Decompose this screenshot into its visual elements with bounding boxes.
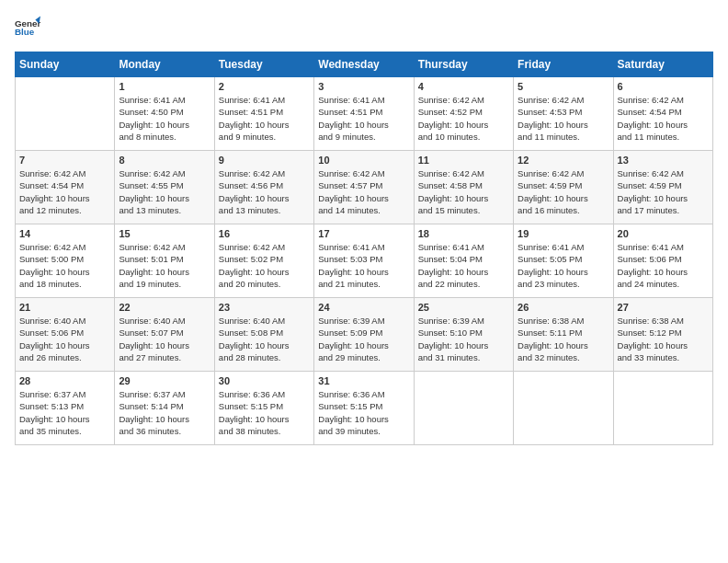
weekday-header-thursday: Thursday	[414, 52, 513, 77]
calendar-cell: 6Sunrise: 6:42 AM Sunset: 4:54 PM Daylig…	[613, 77, 712, 151]
day-info: Sunrise: 6:42 AM Sunset: 4:54 PM Dayligh…	[19, 167, 110, 216]
day-number: 29	[119, 375, 210, 386]
weekday-header-sunday: Sunday	[16, 52, 115, 77]
day-number: 26	[518, 302, 609, 313]
day-number: 10	[318, 155, 409, 166]
day-info: Sunrise: 6:41 AM Sunset: 4:51 PM Dayligh…	[318, 94, 409, 143]
day-info: Sunrise: 6:42 AM Sunset: 4:59 PM Dayligh…	[518, 167, 609, 216]
day-number: 30	[219, 375, 310, 386]
svg-text:Blue: Blue	[15, 27, 35, 37]
weekday-header-friday: Friday	[514, 52, 613, 77]
day-info: Sunrise: 6:37 AM Sunset: 5:13 PM Dayligh…	[19, 388, 110, 437]
logo-icon: General Blue	[15, 15, 40, 40]
calendar-table: SundayMondayTuesdayWednesdayThursdayFrid…	[15, 52, 713, 445]
calendar-cell: 23Sunrise: 6:40 AM Sunset: 5:08 PM Dayli…	[214, 298, 313, 372]
calendar-cell: 27Sunrise: 6:38 AM Sunset: 5:12 PM Dayli…	[613, 298, 712, 372]
calendar-cell: 19Sunrise: 6:41 AM Sunset: 5:05 PM Dayli…	[514, 224, 613, 298]
day-number: 14	[19, 228, 110, 239]
calendar-cell: 24Sunrise: 6:39 AM Sunset: 5:09 PM Dayli…	[314, 298, 414, 372]
calendar-cell: 7Sunrise: 6:42 AM Sunset: 4:54 PM Daylig…	[16, 151, 115, 224]
day-number: 15	[119, 228, 210, 239]
calendar-cell: 15Sunrise: 6:42 AM Sunset: 5:01 PM Dayli…	[115, 224, 214, 298]
calendar-cell: 25Sunrise: 6:39 AM Sunset: 5:10 PM Dayli…	[414, 298, 513, 372]
day-info: Sunrise: 6:36 AM Sunset: 5:15 PM Dayligh…	[318, 388, 409, 437]
day-number: 5	[518, 81, 609, 92]
calendar-cell: 22Sunrise: 6:40 AM Sunset: 5:07 PM Dayli…	[115, 298, 214, 372]
calendar-cell: 20Sunrise: 6:41 AM Sunset: 5:06 PM Dayli…	[613, 224, 712, 298]
day-number: 3	[318, 81, 409, 92]
day-info: Sunrise: 6:42 AM Sunset: 4:53 PM Dayligh…	[518, 94, 609, 143]
day-info: Sunrise: 6:38 AM Sunset: 5:11 PM Dayligh…	[518, 315, 609, 363]
day-number: 21	[19, 302, 110, 313]
day-number: 7	[19, 155, 110, 166]
day-number: 23	[219, 302, 310, 313]
weekday-header-wednesday: Wednesday	[314, 52, 414, 77]
calendar-cell: 8Sunrise: 6:42 AM Sunset: 4:55 PM Daylig…	[115, 151, 214, 224]
day-number: 9	[219, 155, 310, 166]
calendar-cell: 4Sunrise: 6:42 AM Sunset: 4:52 PM Daylig…	[414, 77, 513, 151]
day-number: 6	[618, 81, 709, 92]
day-info: Sunrise: 6:36 AM Sunset: 5:15 PM Dayligh…	[219, 388, 310, 437]
calendar-cell	[613, 372, 712, 445]
calendar-cell: 12Sunrise: 6:42 AM Sunset: 4:59 PM Dayli…	[514, 151, 613, 224]
day-number: 20	[618, 228, 709, 239]
day-info: Sunrise: 6:42 AM Sunset: 4:54 PM Dayligh…	[618, 94, 709, 143]
day-info: Sunrise: 6:42 AM Sunset: 4:59 PM Dayligh…	[618, 167, 709, 216]
day-number: 4	[418, 81, 509, 92]
calendar-cell: 28Sunrise: 6:37 AM Sunset: 5:13 PM Dayli…	[16, 372, 115, 445]
logo: General Blue	[15, 15, 40, 40]
calendar-cell: 29Sunrise: 6:37 AM Sunset: 5:14 PM Dayli…	[115, 372, 214, 445]
calendar-cell: 10Sunrise: 6:42 AM Sunset: 4:57 PM Dayli…	[314, 151, 414, 224]
calendar-cell: 3Sunrise: 6:41 AM Sunset: 4:51 PM Daylig…	[314, 77, 414, 151]
day-number: 22	[119, 302, 210, 313]
calendar-cell: 9Sunrise: 6:42 AM Sunset: 4:56 PM Daylig…	[214, 151, 313, 224]
calendar-cell	[414, 372, 513, 445]
day-info: Sunrise: 6:38 AM Sunset: 5:12 PM Dayligh…	[618, 315, 709, 363]
day-number: 19	[518, 228, 609, 239]
calendar-cell: 5Sunrise: 6:42 AM Sunset: 4:53 PM Daylig…	[514, 77, 613, 151]
day-info: Sunrise: 6:41 AM Sunset: 4:51 PM Dayligh…	[219, 94, 310, 143]
day-info: Sunrise: 6:42 AM Sunset: 4:57 PM Dayligh…	[318, 167, 409, 216]
day-info: Sunrise: 6:41 AM Sunset: 4:50 PM Dayligh…	[119, 94, 210, 143]
day-info: Sunrise: 6:41 AM Sunset: 5:06 PM Dayligh…	[618, 241, 709, 290]
day-info: Sunrise: 6:42 AM Sunset: 4:58 PM Dayligh…	[418, 167, 509, 216]
day-number: 1	[119, 81, 210, 92]
day-info: Sunrise: 6:40 AM Sunset: 5:07 PM Dayligh…	[119, 315, 210, 363]
day-info: Sunrise: 6:42 AM Sunset: 4:52 PM Dayligh…	[418, 94, 509, 143]
calendar-cell: 26Sunrise: 6:38 AM Sunset: 5:11 PM Dayli…	[514, 298, 613, 372]
calendar-cell: 14Sunrise: 6:42 AM Sunset: 5:00 PM Dayli…	[16, 224, 115, 298]
day-number: 24	[318, 302, 409, 313]
calendar-cell: 21Sunrise: 6:40 AM Sunset: 5:06 PM Dayli…	[16, 298, 115, 372]
calendar-cell	[16, 77, 115, 151]
calendar-cell: 16Sunrise: 6:42 AM Sunset: 5:02 PM Dayli…	[214, 224, 313, 298]
calendar-cell: 11Sunrise: 6:42 AM Sunset: 4:58 PM Dayli…	[414, 151, 513, 224]
day-info: Sunrise: 6:39 AM Sunset: 5:10 PM Dayligh…	[418, 315, 509, 363]
day-number: 2	[219, 81, 310, 92]
day-info: Sunrise: 6:41 AM Sunset: 5:03 PM Dayligh…	[318, 241, 409, 290]
day-info: Sunrise: 6:40 AM Sunset: 5:06 PM Dayligh…	[19, 315, 110, 363]
calendar-cell: 30Sunrise: 6:36 AM Sunset: 5:15 PM Dayli…	[214, 372, 313, 445]
day-number: 12	[518, 155, 609, 166]
day-info: Sunrise: 6:42 AM Sunset: 5:01 PM Dayligh…	[119, 241, 210, 290]
day-info: Sunrise: 6:37 AM Sunset: 5:14 PM Dayligh…	[119, 388, 210, 437]
weekday-header-saturday: Saturday	[613, 52, 712, 77]
day-info: Sunrise: 6:40 AM Sunset: 5:08 PM Dayligh…	[219, 315, 310, 363]
day-number: 8	[119, 155, 210, 166]
day-info: Sunrise: 6:42 AM Sunset: 4:56 PM Dayligh…	[219, 167, 310, 216]
page-header: General Blue	[15, 15, 713, 40]
day-number: 13	[618, 155, 709, 166]
day-info: Sunrise: 6:41 AM Sunset: 5:05 PM Dayligh…	[518, 241, 609, 290]
calendar-cell: 1Sunrise: 6:41 AM Sunset: 4:50 PM Daylig…	[115, 77, 214, 151]
calendar-cell: 13Sunrise: 6:42 AM Sunset: 4:59 PM Dayli…	[613, 151, 712, 224]
day-number: 27	[618, 302, 709, 313]
day-number: 28	[19, 375, 110, 386]
calendar-cell: 31Sunrise: 6:36 AM Sunset: 5:15 PM Dayli…	[314, 372, 414, 445]
day-info: Sunrise: 6:41 AM Sunset: 5:04 PM Dayligh…	[418, 241, 509, 290]
weekday-header-tuesday: Tuesday	[214, 52, 313, 77]
day-number: 17	[318, 228, 409, 239]
day-info: Sunrise: 6:42 AM Sunset: 4:55 PM Dayligh…	[119, 167, 210, 216]
calendar-cell	[514, 372, 613, 445]
day-info: Sunrise: 6:42 AM Sunset: 5:02 PM Dayligh…	[219, 241, 310, 290]
day-number: 25	[418, 302, 509, 313]
weekday-header-monday: Monday	[115, 52, 214, 77]
